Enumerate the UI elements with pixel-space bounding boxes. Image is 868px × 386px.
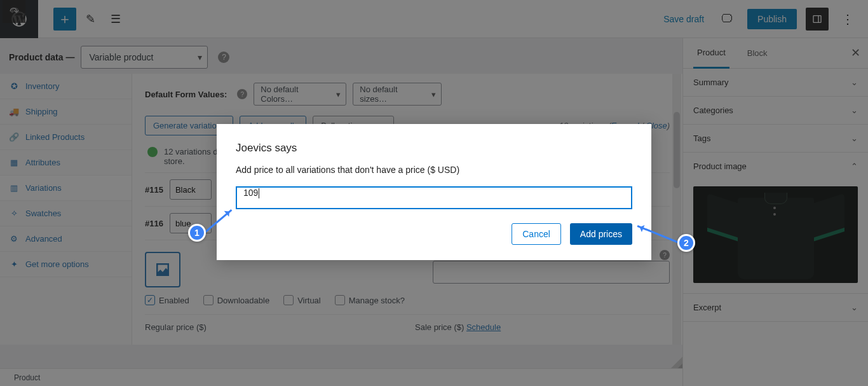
annotation-marker-2: 2 bbox=[677, 234, 695, 252]
dialog-title: Joevics says bbox=[236, 142, 632, 155]
add-prices-button[interactable]: Add prices bbox=[570, 223, 632, 245]
annotation-marker-1: 1 bbox=[188, 224, 206, 242]
cancel-button[interactable]: Cancel bbox=[512, 223, 561, 245]
dialog-input[interactable]: 109 bbox=[236, 186, 632, 209]
dialog-message: Add price to all variations that don't h… bbox=[236, 165, 632, 175]
prompt-dialog: Joevics says Add price to all variations… bbox=[217, 124, 651, 260]
